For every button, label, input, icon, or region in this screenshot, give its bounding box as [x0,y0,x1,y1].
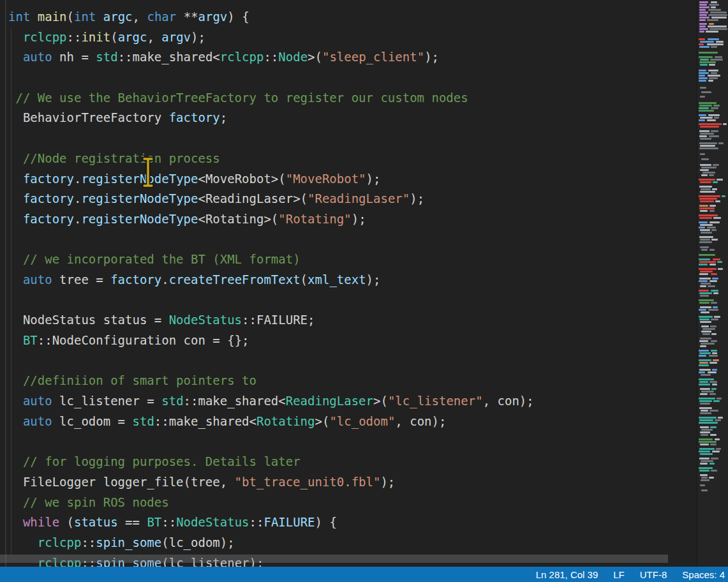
code-token[interactable]: ); [191,30,205,44]
code-token[interactable]: ) { [227,10,249,24]
code-token[interactable]: auto [23,394,52,408]
code-token[interactable] [8,414,23,428]
code-token[interactable]: ); [380,475,395,489]
code-token[interactable]: :: [264,50,278,64]
minimap[interactable] [697,0,728,567]
code-line[interactable]: BehaviorTreeFactory factory; [8,108,534,128]
code-token[interactable]: "sleep_client" [322,50,424,64]
code-token[interactable]: , con); [395,414,446,428]
code-token[interactable]: factory [169,110,220,124]
code-token[interactable]: BT [147,515,161,529]
code-token[interactable]: ::make_shared< [154,414,256,428]
code-line[interactable]: // for logging purposes. Details later [8,452,534,472]
code-token[interactable]: createTreeFromText [169,272,301,287]
code-token[interactable] [96,10,103,24]
code-token[interactable]: // we incorporated the BT (XML format) [23,252,301,266]
code-token[interactable]: auto [23,414,52,428]
code-token[interactable]: . [74,191,81,205]
code-line[interactable]: auto lc_listener = std::make_shared<Read… [8,391,534,412]
code-token[interactable]: "lc_odom" [329,414,395,428]
code-token[interactable]: factory [110,272,161,287]
code-token[interactable]: std [133,414,154,428]
code-token[interactable] [8,30,23,44]
code-token[interactable]: argv [161,30,191,44]
code-token[interactable]: factory [23,172,74,186]
code-token[interactable]: ( [67,10,74,24]
code-token[interactable]: , con); [483,394,534,408]
code-token[interactable]: >( [315,414,330,428]
code-line[interactable]: factory.registerNodeType<Rotating>("Rota… [8,209,534,230]
code-token[interactable]: // for logging purposes. Details later [23,454,301,468]
status-encoding[interactable]: UTF-8 [632,569,675,580]
code-token[interactable]: BehaviorTreeFactory [8,110,169,124]
code-token[interactable]: registerNodeType [81,172,198,186]
code-token[interactable]: ** [176,10,198,24]
code-token[interactable] [8,151,23,165]
code-line[interactable]: NodeStatus status = NodeStatus::FAILURE; [8,310,534,331]
code-token[interactable]: ); [366,172,381,186]
code-content[interactable]: int main(int argc, char **argv) { rclcpp… [8,7,534,567]
code-token[interactable]: xml_text [308,272,366,287]
code-token[interactable]: . [74,172,81,186]
code-token[interactable]: auto [23,50,52,64]
code-token[interactable]: char [147,10,176,24]
code-token[interactable]: ( [110,30,117,44]
code-token[interactable]: FAILURE [264,515,315,529]
code-line[interactable]: BT::NodeConfiguration con = {}; [8,331,534,351]
code-token[interactable] [8,172,23,186]
code-token[interactable]: >( [308,50,322,64]
code-token[interactable]: "bt_trace_unit0.fbl" [235,475,381,489]
code-line[interactable]: auto lc_odom = std::make_shared<Rotating… [8,412,534,432]
code-token[interactable]: lc_odom = [52,414,133,428]
code-token[interactable] [8,50,23,64]
code-token[interactable]: int [74,10,96,24]
horizontal-scrollbar-thumb[interactable] [0,555,668,563]
code-token[interactable] [8,272,23,287]
status-eol[interactable]: LF [605,569,632,580]
code-token[interactable]: nh = [52,50,96,64]
code-line[interactable]: //definiion of smart pointers to [8,371,534,391]
code-line[interactable]: int main(int argc, char **argv) { [8,7,534,27]
code-token[interactable]: std [96,50,117,64]
code-token[interactable]: (lc_odom); [161,535,234,549]
code-line[interactable]: auto tree = factory.createTreeFromText(x… [8,270,534,290]
code-token[interactable]: <Rotating>( [198,212,278,226]
code-token[interactable]: //Node registration process [23,151,220,165]
code-token[interactable]: factory [23,191,74,205]
code-token[interactable]: ); [410,191,424,205]
code-line[interactable]: while (status == BT::NodeStatus::FAILURE… [8,512,534,533]
code-token[interactable]: ); [352,212,366,226]
code-token[interactable]: rclcpp [38,535,82,549]
code-token[interactable]: NodeStatus status = [8,313,169,327]
code-token[interactable]: tree = [52,272,111,287]
status-indentation[interactable]: Spaces: 4 [674,569,728,580]
code-line[interactable] [8,431,534,452]
code-line[interactable]: rclcpp::init(argc, argv); [8,27,534,48]
code-token[interactable]: registerNodeType [81,212,198,226]
code-line[interactable]: factory.registerNodeType<ReadingLaser>("… [8,189,534,209]
code-token[interactable]: ReadingLaser [286,394,373,408]
code-token[interactable] [8,535,38,549]
code-token[interactable]: , [133,10,147,24]
code-token[interactable]: ); [366,272,381,287]
code-token[interactable] [8,515,23,529]
code-token[interactable]: argv [198,10,228,24]
code-token[interactable]: // We use the BehaviorTreeFactory to reg… [15,91,468,105]
code-line[interactable]: // We use the BehaviorTreeFactory to reg… [8,88,534,108]
code-token[interactable]: auto [23,272,52,287]
code-line[interactable]: // we spin ROS nodes [8,493,534,513]
code-line[interactable] [8,230,534,250]
code-token[interactable]: argc [118,30,147,44]
code-line[interactable] [8,128,534,149]
code-line[interactable] [8,351,534,371]
code-line[interactable] [8,68,534,88]
code-line[interactable]: rclcpp::spin_some(lc_odom); [8,533,534,553]
code-token[interactable] [30,10,37,24]
code-token[interactable]: ::NodeConfiguration con = {}; [38,333,249,347]
code-token[interactable]: "MoveRobot" [286,172,366,186]
code-token[interactable]: :: [81,535,96,549]
code-token[interactable]: std [161,394,183,408]
code-token[interactable] [8,212,23,226]
code-line[interactable]: //Node registration process [8,149,534,169]
code-token[interactable]: >( [373,394,388,408]
